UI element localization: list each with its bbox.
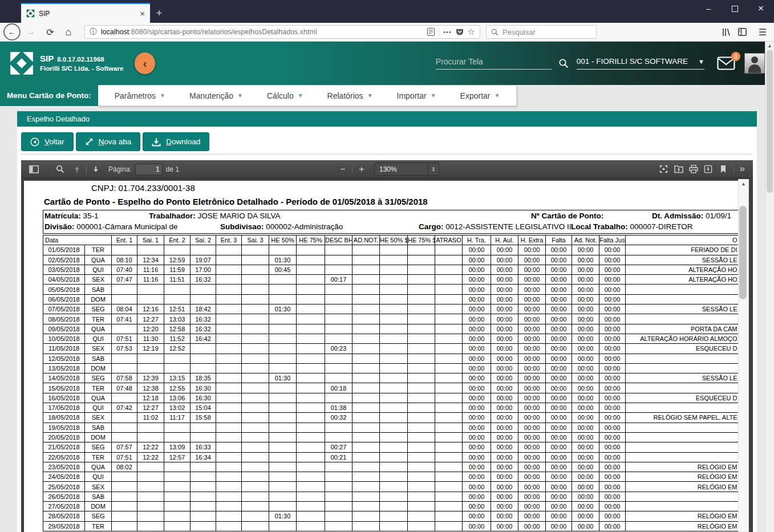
- forward-button[interactable]: →: [23, 24, 39, 40]
- maximize-icon: [732, 6, 738, 12]
- zoom-select[interactable]: 130% ▲▼: [374, 163, 439, 176]
- table-row: 18/05/2018SEX11:0211:1715:5800:3200:0000…: [43, 413, 739, 423]
- table-row: 05/05/2018SÁB00:0000:0000:0000:0000:0000…: [43, 285, 739, 294]
- table-row: 17/05/2018QUI07:4212:2713:0215:0401:3800…: [43, 403, 739, 413]
- app-title-block: SIP8.0.17.02.11968 Fiorilli S/C Ltda. - …: [40, 54, 123, 72]
- table-row: 13/05/2018DOM00:0000:0000:0000:0000:0000…: [43, 363, 739, 373]
- pdf-toolbar: Página: 1 de 1 − + 130% ▲▼: [21, 160, 753, 178]
- menu-item-importar[interactable]: Importar▼: [385, 86, 448, 105]
- table-row: 14/05/2018SEG07:5812:3913:1518:3501:3000…: [43, 373, 739, 383]
- user-avatar[interactable]: [744, 53, 765, 74]
- download-icon: [152, 137, 161, 147]
- table-row: 27/05/2018DOM00:0000:0000:0000:0000:0000…: [43, 502, 739, 511]
- open-file-icon[interactable]: [672, 163, 686, 176]
- previous-page-icon[interactable]: [70, 163, 84, 176]
- sidebar-toggle-icon[interactable]: [27, 163, 40, 176]
- reload-button[interactable]: ⟳: [42, 24, 58, 40]
- toolbar-separator: [86, 165, 87, 174]
- table-row: 20/05/2018DOM00:0000:0000:0000:0000:0000…: [43, 432, 739, 442]
- table-row: 09/05/2018QUA12:2012:5816:3200:0000:0000…: [43, 324, 739, 334]
- library-icon[interactable]: [718, 24, 734, 40]
- find-icon[interactable]: [53, 163, 67, 176]
- home-button[interactable]: ⌂: [60, 24, 76, 40]
- table-row: 26/05/2018SÁB00:0000:0000:0000:0000:0000…: [43, 492, 739, 501]
- chevron-down-icon: ▼: [431, 92, 436, 99]
- table-row: 29/05/2018TER00:0000:0000:0000:0000:0000…: [43, 521, 739, 531]
- page-number-input[interactable]: 1: [135, 164, 163, 175]
- toolbar-separator: [352, 165, 352, 174]
- tab-close-icon[interactable]: ×: [140, 9, 145, 18]
- new-tab-button[interactable]: +: [150, 3, 168, 23]
- app-title: SIP: [40, 54, 54, 63]
- table-row: 11/05/2018SEX07:5312:1912:5200:2300:0000…: [43, 344, 739, 354]
- zoom-in-icon[interactable]: +: [355, 163, 368, 176]
- menu-hamburger-icon[interactable]: ☰: [755, 24, 771, 40]
- screen-search-icon[interactable]: [558, 58, 569, 68]
- reader-mode-icon[interactable]: [427, 28, 435, 36]
- menu-item-manutencao[interactable]: Manutenção▼: [177, 86, 255, 105]
- menu-items: Parâmetros▼Manutenção▼Cálculo▼Relatórios…: [98, 85, 517, 106]
- window-controls: – ×: [695, 0, 774, 17]
- table-header-row: DataEnt. 1Sai. 1Ent. 2Sai. 2Ent. 3Sai. 3…: [43, 235, 739, 245]
- next-page-icon[interactable]: [89, 163, 103, 176]
- page-actions-icon[interactable]: •••: [443, 29, 452, 35]
- scroll-up-icon[interactable]: ▲: [739, 180, 748, 188]
- menu-label: Menu Cartão de Ponto:: [0, 85, 98, 106]
- close-button[interactable]: ×: [748, 0, 774, 17]
- menu-item-relatorios[interactable]: Relatórios▼: [315, 86, 385, 105]
- search-bar[interactable]: Pesquisar: [486, 25, 597, 39]
- url-bar[interactable]: ⓘ localhost:8080/sip/cartao-ponto/relato…: [84, 25, 480, 39]
- pdf-scrollbar[interactable]: ▲: [738, 179, 749, 532]
- table-row: 25/05/2018SEX00:0000:0000:0000:0000:0000…: [43, 482, 739, 492]
- screen-search-input[interactable]: Procurar Tela: [436, 57, 552, 70]
- bookmark-star-icon[interactable]: ☆: [468, 27, 475, 37]
- window-scrollbar[interactable]: ▲: [765, 42, 774, 532]
- current-view-bookmark-icon[interactable]: [716, 163, 730, 176]
- page-label: Página:: [108, 165, 132, 173]
- minimize-button[interactable]: –: [695, 0, 722, 17]
- table-row: 15/05/2018TER07:4812:3812:5516:3000:1800…: [43, 383, 739, 393]
- pocket-icon[interactable]: [456, 29, 464, 36]
- search-placeholder: Pesquisar: [503, 28, 536, 36]
- mail-button[interactable]: 0: [717, 56, 735, 70]
- table-row: 02/05/2018QUA08:1012:3412:5919:0701:3000…: [43, 255, 739, 265]
- zoom-select-arrows-icon: ▲▼: [428, 163, 439, 175]
- pdf-canvas-area: CNPJ: 01.704.233/0001-38 Cartão de Ponto…: [21, 178, 753, 532]
- menu-item-parametros[interactable]: Parâmetros▼: [103, 86, 177, 105]
- urlbar-separator: [439, 27, 439, 36]
- nova-aba-button[interactable]: Nova aba: [76, 132, 141, 151]
- more-tools-icon[interactable]: »: [737, 163, 747, 176]
- menu-item-calculo[interactable]: Cálculo▼: [255, 86, 315, 105]
- zoom-out-icon[interactable]: −: [336, 163, 350, 176]
- table-row: 04/05/2018SEX07:4711:1611:5116:3200:1700…: [43, 275, 739, 285]
- action-buttons: Voltar Nova aba Download: [21, 132, 753, 151]
- zoom-value: 130%: [375, 165, 428, 173]
- table-row: 21/05/2018SEG07:5712:2213:0916:3300:2700…: [43, 442, 739, 452]
- maximize-button[interactable]: [722, 0, 748, 17]
- scroll-up-icon[interactable]: ▲: [765, 42, 774, 50]
- print-icon[interactable]: [687, 163, 700, 176]
- chevron-down-icon: ▼: [237, 92, 243, 99]
- collapse-menu-button[interactable]: ‹: [135, 52, 155, 74]
- tab-title: SIP: [39, 10, 136, 18]
- table-row: 22/05/2018TER07:5112:2212:5716:3400:2100…: [43, 452, 739, 462]
- download-button[interactable]: Download: [143, 132, 209, 151]
- app-subtitle: Fiorilli S/C Ltda. - Software: [40, 64, 123, 72]
- company-select[interactable]: 001 - FIORILLI S/C SOFTWARE ▼: [577, 57, 704, 70]
- pdf-scrollbar-thumb[interactable]: [739, 206, 747, 299]
- table-row: 08/05/2018TER07:4112:2713:0316:3200:0000…: [43, 314, 739, 324]
- pdf-download-icon[interactable]: [702, 163, 715, 176]
- back-button[interactable]: ←: [3, 23, 21, 40]
- toolbar-separator: [734, 165, 734, 174]
- page-info-icon[interactable]: ⓘ: [90, 27, 97, 37]
- menu-item-exportar[interactable]: Exportar▼: [448, 86, 512, 105]
- search-icon: [491, 29, 499, 36]
- browser-tab-sip[interactable]: SIP ×: [21, 3, 150, 23]
- sidebars-icon[interactable]: [734, 24, 750, 40]
- presentation-mode-icon[interactable]: [657, 163, 671, 176]
- divider: [21, 154, 753, 155]
- chevron-down-icon: ▼: [160, 92, 165, 99]
- window-scrollbar-thumb[interactable]: [767, 50, 773, 193]
- voltar-button[interactable]: Voltar: [21, 132, 74, 151]
- mail-badge: 0: [731, 52, 740, 61]
